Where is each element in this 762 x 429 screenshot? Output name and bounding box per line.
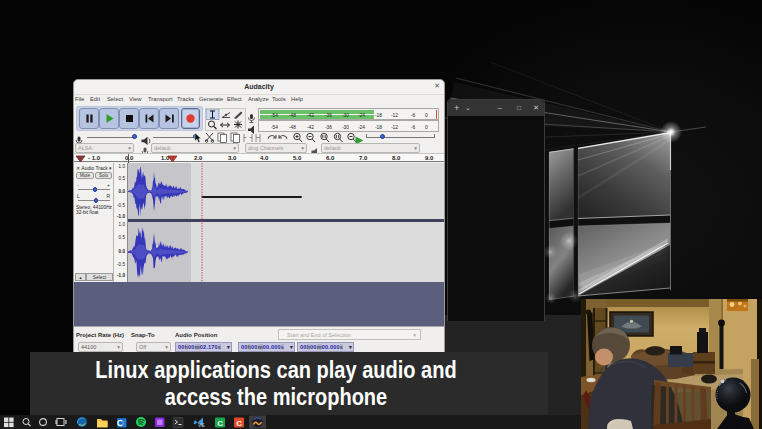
svg-text:C: C — [236, 419, 242, 428]
svg-text:C: C — [217, 419, 223, 428]
svg-text:VS: VS — [198, 422, 205, 428]
